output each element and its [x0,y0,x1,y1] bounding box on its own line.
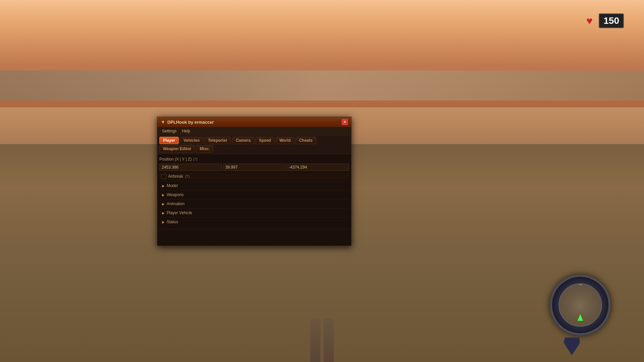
tab-world[interactable]: World [276,137,294,144]
fence-area [0,70,644,101]
tab-vehicles[interactable]: Vehicles [180,137,203,144]
position-inputs [159,164,349,171]
health-bar: 150 [599,13,624,28]
close-icon: ✕ [343,120,346,124]
character-legs [309,308,335,362]
position-z-input[interactable] [286,164,349,171]
section-status-label: Status [167,220,178,224]
collapse-arrow-animation: ▶ [162,202,165,206]
airbreak-checkbox[interactable] [161,174,166,179]
heart-icon: ♥ [583,14,596,27]
tab-cheats[interactable]: Cheats [296,137,316,144]
airbreak-help-icon: (?) [185,174,190,178]
tab-weapon-editor[interactable]: Weapon Editor [159,145,195,153]
collapse-arrow-status: ▶ [162,220,165,224]
section-model-label: Model [167,183,178,188]
menu-settings[interactable]: Settings [160,128,178,134]
panel-footer [157,229,351,246]
left-leg [310,318,320,362]
section-player-vehicle[interactable]: ▶ Player Vehicle [159,208,349,217]
compass-north: N [579,283,582,286]
health-hud: ♥ 150 [583,13,624,28]
section-model[interactable]: ▶ Model [159,181,349,190]
tab-camera[interactable]: Camera [232,137,254,144]
close-button[interactable]: ✕ [342,119,348,125]
dplhook-panel: ▼ DPLHook by ermaccer ✕ Settings Help Pl… [157,117,352,246]
tab-speed[interactable]: Speed [255,137,275,144]
tab-teleporter[interactable]: Teleporter [204,137,231,144]
tab-player[interactable]: Player [159,137,179,144]
panel-content: Position (X | Y | Z) (?) Airbreak (?) ▶ … [157,154,351,229]
airbreak-label: Airbreak [168,174,183,179]
section-player-vehicle-label: Player Vehicle [167,210,192,215]
health-value: 150 [603,15,619,26]
panel-title-text: DPLHook by ermaccer [167,120,214,125]
position-label: Position (X | Y | Z) [159,157,192,162]
menu-help[interactable]: Help [180,128,192,134]
section-status[interactable]: ▶ Status [159,217,349,226]
panel-title-icon: ▼ [161,119,165,125]
compass-outer: N [550,275,610,335]
panel-tabs: Player Vehicles Teleporter Camera Speed … [157,135,351,154]
position-y-input[interactable] [223,164,286,171]
section-weapons-label: Weapons [167,192,183,197]
panel-menubar: Settings Help [157,127,351,135]
position-x-input[interactable] [159,164,222,171]
section-weapons[interactable]: ▶ Weapons [159,190,349,199]
compass: N [550,275,610,335]
compass-inner: N [558,283,602,327]
compass-arrow [578,314,583,321]
section-animation[interactable]: ▶ Animation [159,199,349,208]
airbreak-row: Airbreak (?) [159,173,349,180]
right-leg [324,318,334,362]
position-help-icon: (?) [193,157,198,161]
collapse-arrow-weapons: ▶ [162,193,165,197]
collapse-arrow-player-vehicle: ▶ [162,211,165,215]
panel-title-left: ▼ DPLHook by ermaccer [161,119,214,125]
tab-misc[interactable]: Misc. [196,145,213,153]
position-row: Position (X | Y | Z) (?) [159,157,349,162]
section-animation-label: Animation [167,201,184,206]
panel-titlebar[interactable]: ▼ DPLHook by ermaccer ✕ [157,117,351,127]
collapse-arrow-model: ▶ [162,184,165,188]
